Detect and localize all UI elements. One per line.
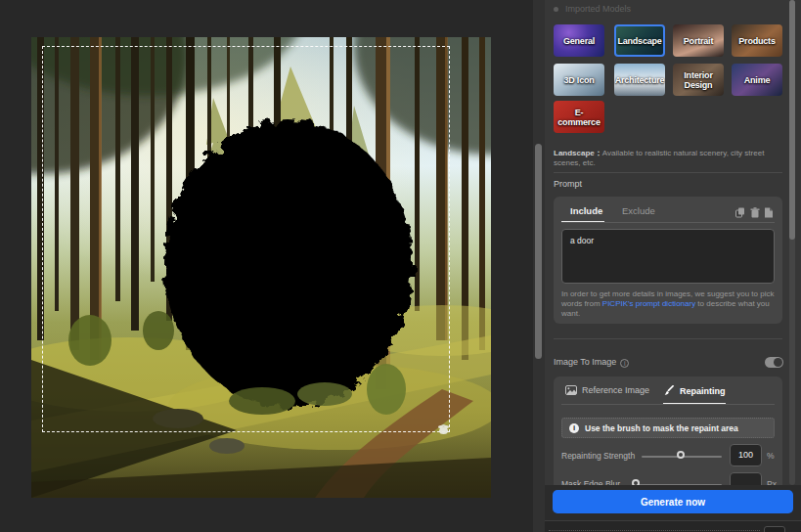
tab-exclude[interactable]: Exclude (622, 205, 655, 216)
model-tile-label: Architecture (614, 75, 665, 85)
tab-repainting-label: Repainting (680, 386, 726, 396)
image-to-image-text: Image To Image (554, 357, 616, 367)
model-tile-label: 3D Icon (562, 75, 595, 85)
model-tile-label: Products (737, 36, 776, 46)
repainting-strength-unit: % (767, 451, 775, 461)
repaint-notice: i Use the brush to mask the repaint area (561, 418, 775, 438)
model-tile-landscape[interactable]: Landscape (614, 24, 665, 57)
info-filled-icon: i (569, 423, 579, 433)
partial-dotted-divider (549, 530, 760, 531)
bullet-dot-icon (554, 7, 558, 12)
tab-reference-image-label: Reference Image (582, 385, 649, 395)
repainting-strength-value[interactable]: 100 (730, 444, 762, 466)
model-description: Landscape：Available to realistic natural… (554, 148, 788, 167)
tab-repainting[interactable]: Repainting (664, 385, 726, 396)
paste-icon[interactable] (764, 207, 774, 218)
prompt-helper-text: In order to get more details in images, … (561, 289, 777, 319)
model-tile-3d-icon[interactable]: 3D Icon (554, 64, 604, 96)
generate-footer: Generate now (545, 485, 801, 520)
panel-scrollbar-thumb[interactable] (789, 0, 795, 240)
trash-icon[interactable] (750, 207, 760, 218)
copy-icon[interactable] (735, 207, 745, 218)
prompt-dictionary-link[interactable]: PICPIK's prompt dictionary (602, 299, 695, 308)
imported-models-header: Imported Models (554, 4, 631, 14)
mask-selection-rect (42, 46, 450, 432)
image-to-image-toggle[interactable] (765, 357, 783, 368)
image-to-image-label: Image To Imagei (554, 357, 629, 368)
prompt-section-title: Prompt (554, 179, 582, 189)
canvas-scrollbar-track[interactable] (533, 0, 545, 532)
model-tile-label: E-commerce (554, 108, 604, 127)
model-tile-anime[interactable]: Anime (732, 64, 782, 96)
generate-now-button[interactable]: Generate now (553, 490, 793, 513)
panel-bottom-strip (545, 520, 801, 532)
repainting-strength-row: Repainting Strength 100 % (554, 446, 782, 467)
model-tile-label: Anime (743, 75, 772, 85)
canvas-area[interactable] (0, 0, 533, 532)
model-tile-label: Interior Design (673, 70, 724, 90)
model-tile-architecture[interactable]: Architecture (614, 64, 665, 96)
divider (554, 172, 782, 173)
tab-divider (561, 404, 775, 405)
image-icon (565, 385, 577, 395)
model-tile-label: Portrait (683, 36, 714, 46)
model-tile-interior-design[interactable]: Interior Design (673, 64, 724, 96)
model-tile-ecommerce[interactable]: E-commerce (554, 101, 604, 133)
brush-cursor-icon (439, 427, 448, 434)
prompt-input[interactable]: a door (561, 229, 775, 284)
repainting-strength-slider[interactable] (642, 456, 722, 458)
brush-icon (664, 385, 675, 396)
info-icon[interactable]: i (620, 359, 629, 368)
repaint-notice-text: Use the brush to mask the repaint area (585, 423, 738, 433)
settings-panel: Imported Models General Landscape Portra… (545, 0, 801, 532)
tab-include[interactable]: Include (570, 205, 602, 216)
model-tile-label: Landscape (616, 36, 662, 46)
imported-models-label: Imported Models (565, 4, 631, 14)
model-tile-general[interactable]: General (554, 24, 604, 57)
model-tile-products[interactable]: Products (732, 24, 782, 57)
tab-divider (561, 222, 775, 223)
repainting-strength-knob[interactable] (677, 451, 685, 459)
model-tile-portrait[interactable]: Portrait (673, 24, 724, 57)
partial-value-box (764, 526, 785, 532)
toggle-knob (774, 358, 782, 367)
model-description-term: Landscape： (554, 149, 602, 157)
model-tile-label: General (562, 36, 596, 46)
tab-reference-image[interactable]: Reference Image (565, 385, 649, 395)
divider (554, 338, 782, 339)
canvas-scrollbar-thumb[interactable] (535, 144, 542, 359)
repainting-strength-label: Repainting Strength (561, 451, 635, 461)
prompt-card: Include Exclude a door In order to get m… (554, 197, 782, 324)
